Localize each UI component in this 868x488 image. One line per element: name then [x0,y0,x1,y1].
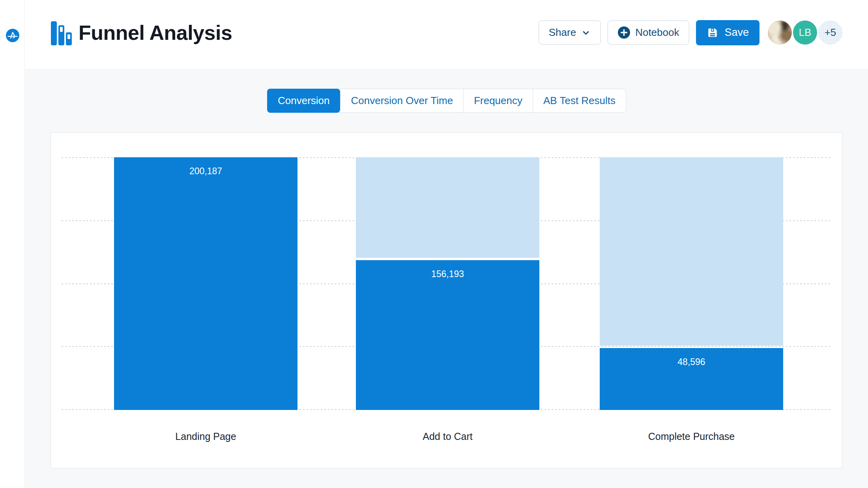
avatar-stack: LB +5 [768,20,842,45]
floppy-disk-icon [707,27,718,39]
tab-conversion-over-time[interactable]: Conversion Over Time [340,89,463,112]
funnel-bar-add-to-cart[interactable]: 156,193 [356,260,539,410]
category-label-complete-purchase: Complete Purchase [600,431,783,442]
save-button-label: Save [724,26,749,39]
avatar-overflow-count: +5 [825,26,836,39]
bar-value-label: 48,596 [600,357,783,367]
funnel-bar-complete-purchase[interactable]: 48,596 [600,348,783,410]
category-label-landing-page: Landing Page [114,431,297,442]
avatar-initials: LB [799,26,812,39]
funnel-chart-card: 200,187 156,193 48,596 Landing Page Add … [51,132,842,468]
bar-value-label: 200,187 [114,166,297,177]
avatar-overflow-chip[interactable]: +5 [818,20,842,45]
page-title: Funnel Analysis [79,21,232,45]
funnel-bar-landing-page[interactable]: 200,187 [114,157,297,410]
tab-frequency[interactable]: Frequency [463,89,533,112]
notebook-button[interactable]: Notebook [608,20,689,45]
header-controls: Share Notebook [539,20,842,45]
tab-ab-test-results[interactable]: AB Test Results [533,89,626,112]
amplitude-logo-icon [6,37,19,43]
share-button-label: Share [549,26,576,39]
funnel-bar-complete-purchase-remainder[interactable] [600,157,783,346]
left-rail [0,0,25,488]
funnel-bar-add-to-cart-remainder[interactable] [356,157,539,258]
funnel-chart-plot: 200,187 156,193 48,596 Landing Page Add … [62,157,831,410]
app-logo-button[interactable] [6,29,19,42]
title-group: Funnel Analysis [51,20,232,45]
chevron-down-icon [581,28,591,37]
tab-conversion[interactable]: Conversion [267,89,340,113]
notebook-button-label: Notebook [635,26,679,39]
bar-value-label: 156,193 [356,269,539,279]
plus-circle-icon [618,26,630,39]
user-photo-avatar[interactable] [768,20,792,45]
tabs-row: Conversion Conversion Over Time Frequenc… [25,89,868,113]
avatar-lb[interactable]: LB [793,20,817,45]
share-button[interactable]: Share [539,20,601,45]
category-label-add-to-cart: Add to Cart [356,431,539,442]
chart-type-tabs: Conversion Conversion Over Time Frequenc… [267,89,626,113]
main-content: Conversion Conversion Over Time Frequenc… [25,70,868,488]
bar-chart-icon [51,20,72,45]
page-header: Funnel Analysis Share Notebook [25,0,868,69]
save-button[interactable]: Save [696,20,760,45]
